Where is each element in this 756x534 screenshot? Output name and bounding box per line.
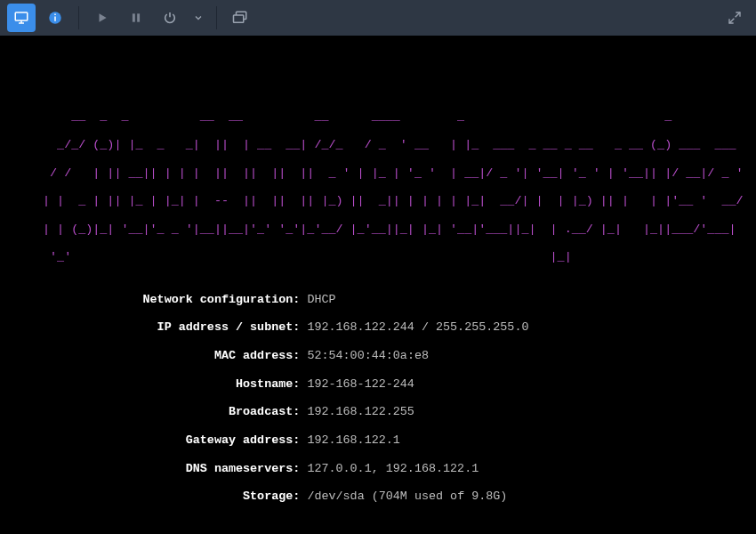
power-menu-button[interactable] (189, 4, 207, 32)
net-ip-label: IP address / subnet: (157, 320, 301, 334)
vm-console[interactable]: __ _ _ __ __ __ ____ _ _ _/_/ (_)| |_ _ … (0, 36, 756, 534)
toolbar-separator (216, 6, 217, 29)
net-config-label: Network configuration: (143, 293, 301, 306)
play-button[interactable] (88, 4, 117, 32)
net-row: Network configuration: DHCP (36, 293, 336, 306)
net-row: Broadcast: 192.168.122.255 (36, 405, 414, 418)
net-bcast-label: Broadcast: (229, 405, 300, 418)
net-bcast-value: 192.168.122.255 (307, 405, 414, 418)
net-row: IP address / subnet: 192.168.122.244 / 2… (36, 320, 528, 334)
svg-rect-4 (54, 17, 56, 21)
net-row: Hostname: 192-168-122-244 (36, 377, 414, 391)
monitor-button[interactable] (7, 4, 36, 32)
ascii-banner-line: _/_/ (_)| |_ _ _| || | __ __| /_/_ / _ '… (36, 138, 751, 151)
displays-button[interactable] (226, 4, 254, 32)
svg-rect-5 (54, 14, 56, 16)
popout-icon (728, 11, 742, 25)
play-icon (96, 12, 109, 24)
vm-toolbar (0, 0, 756, 36)
svg-line-12 (729, 19, 734, 23)
net-dns-value: 127.0.0.1, 192.168.122.1 (307, 462, 479, 475)
power-icon (163, 11, 177, 25)
net-mac-value: 52:54:00:44:0a:e8 (307, 349, 429, 362)
net-mac-label: MAC address: (214, 349, 300, 362)
net-storage-value: /dev/sda (704M used of 9.8G) (307, 490, 507, 503)
monitor-icon (13, 10, 29, 26)
chevron-down-icon (193, 12, 204, 23)
ascii-banner-line: | | _ | || |_ | |_| | -- || || || |_) ||… (36, 194, 751, 207)
net-gw-label: Gateway address: (186, 433, 301, 447)
toolbar-separator (78, 6, 79, 29)
svg-rect-10 (234, 15, 244, 22)
ascii-banner-line: | | (_)|_| '__|'_ _ '|__||__|'_' '_'|_'_… (36, 222, 744, 236)
net-ip-value: 192.168.122.244 / 255.255.255.0 (307, 320, 528, 334)
net-host-value: 192-168-122-244 (307, 377, 414, 391)
net-config-value: DHCP (307, 293, 335, 306)
pause-icon (130, 12, 142, 24)
pause-button[interactable] (122, 4, 150, 32)
net-row: DNS nameservers: 127.0.0.1, 192.168.122.… (36, 462, 479, 475)
ascii-banner-line: / / | || __|| | | | || || || || _ ' | |_… (36, 166, 751, 180)
svg-rect-7 (133, 13, 135, 21)
popout-button[interactable] (720, 4, 749, 32)
info-icon (47, 10, 63, 26)
svg-marker-6 (100, 13, 107, 21)
svg-rect-0 (15, 12, 28, 20)
net-row: Storage: /dev/sda (704M used of 9.8G) (36, 490, 507, 503)
power-button[interactable] (156, 4, 184, 32)
svg-line-11 (736, 12, 740, 17)
net-gw-value: 192.168.122.1 (307, 433, 399, 447)
ascii-banner-line: __ _ _ __ __ __ ____ _ _ (36, 109, 756, 123)
net-row: MAC address: 52:54:00:44:0a:e8 (36, 349, 429, 362)
screens-icon (231, 10, 249, 26)
ascii-banner-line: '_' |_| (36, 250, 744, 263)
net-storage-label: Storage: (243, 490, 300, 503)
svg-rect-8 (137, 13, 140, 21)
net-dns-label: DNS nameservers: (186, 462, 301, 475)
net-host-label: Hostname: (236, 377, 300, 391)
net-row: Gateway address: 192.168.122.1 (36, 433, 400, 447)
info-button[interactable] (41, 4, 69, 32)
